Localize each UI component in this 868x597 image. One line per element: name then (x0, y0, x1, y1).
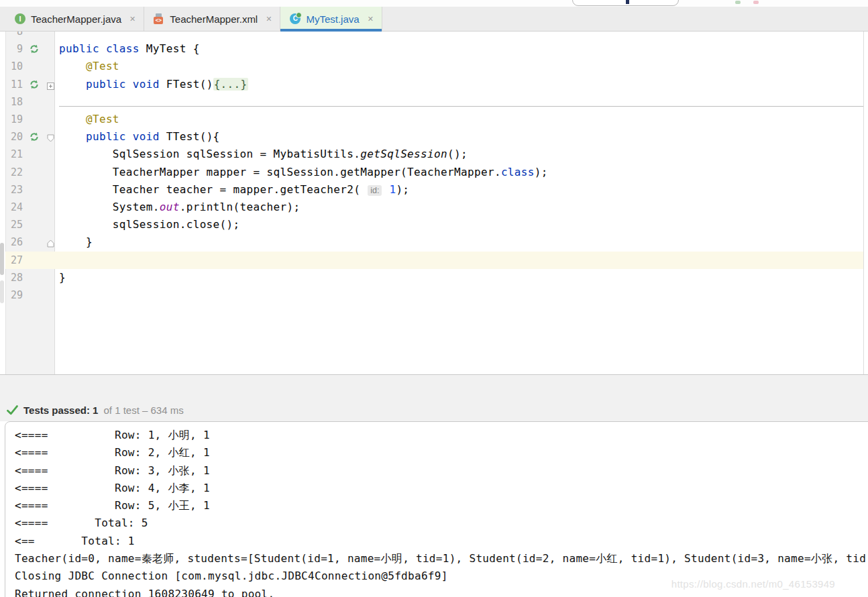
code-line-29[interactable]: 29 (5, 286, 863, 304)
top-toolbar-partial (0, 0, 868, 7)
tab-label: TeacherMapper.xml (170, 13, 258, 25)
code-editor[interactable]: 89public class MyTest {10 @Test11 public… (0, 32, 868, 374)
csdn-watermark: https://blog.csdn.net/m0_46153949 (671, 578, 835, 590)
fold-down-icon[interactable] (47, 133, 54, 145)
console-line: <==== Row: 2, 小红, 1 (15, 444, 868, 462)
code-text: } (59, 233, 93, 251)
line-number: 23 (5, 181, 23, 199)
tab-label: MyTest.java (306, 13, 359, 25)
code-line-9[interactable]: 9public class MyTest { (5, 40, 863, 58)
code-line-26[interactable]: 26 } (5, 233, 863, 251)
console-line: <==== Row: 3, 小张, 1 (15, 462, 868, 480)
code-text: public class MyTest { (59, 40, 200, 58)
toolbar-button-green-partial[interactable] (735, 1, 741, 4)
code-text: SqlSession sqlSession = MybatisUtils.get… (59, 146, 468, 163)
code-line-24[interactable]: 24 System.out.println(teacher); (5, 199, 863, 216)
left-stripe-thumb[interactable] (0, 243, 4, 275)
line-number: 9 (5, 40, 23, 58)
console-line: <==== Row: 1, 小明, 1 (15, 427, 868, 444)
line-number: 24 (5, 199, 23, 216)
fold-up-icon[interactable] (47, 238, 54, 250)
close-icon[interactable]: ✕ (266, 15, 272, 23)
line-number: 11 (5, 76, 23, 93)
code-line-25[interactable]: 25 sqlSession.close(); (5, 216, 863, 233)
code-line-27[interactable]: 27 (5, 252, 863, 269)
line-number: 26 (5, 233, 23, 251)
line-number: 28 (5, 269, 23, 286)
line-number: 29 (5, 286, 23, 304)
line-number: 20 (5, 128, 23, 146)
console-line: <==== Row: 4, 小李, 1 (15, 480, 868, 497)
code-text: Teacher teacher = mapper.getTeacher2( id… (59, 181, 409, 199)
interface-icon (15, 13, 25, 24)
line-number: 8 (5, 32, 23, 40)
tab-TeacherMapper.java[interactable]: TeacherMapper.java ✕ (5, 7, 144, 31)
xml-file-icon (154, 13, 164, 24)
code-line-28[interactable]: 28} (5, 269, 863, 286)
console-line: <==== Total: 5 (15, 514, 868, 532)
code-line-22[interactable]: 22 TeacherMapper mapper = sqlSession.get… (5, 164, 863, 181)
tab-TeacherMapper.xml[interactable]: TeacherMapper.xml ✕ (144, 7, 280, 31)
close-icon[interactable]: ✕ (368, 15, 374, 23)
code-line-21[interactable]: 21 SqlSession sqlSession = MybatisUtils.… (5, 146, 863, 163)
run-test-icon[interactable] (30, 44, 39, 54)
left-stripe-thumb[interactable] (0, 280, 4, 303)
test-status-bar: Tests passed: 1 of 1 test – 634 ms (7, 403, 184, 417)
code-line-11[interactable]: 11 public void FTest(){...} (5, 76, 863, 93)
code-text: sqlSession.close(); (59, 216, 240, 233)
code-line-18[interactable]: 18 (5, 93, 863, 111)
fold-plus-icon[interactable] (47, 80, 54, 93)
close-icon[interactable]: ✕ (129, 15, 135, 23)
toolbar-button-pink-partial[interactable] (753, 1, 759, 4)
editor-scrollbar-track[interactable] (863, 32, 864, 374)
line-number: 22 (5, 164, 23, 181)
console-output[interactable]: <==== Row: 1, 小明, 1<==== Row: 2, 小红, 1<=… (5, 421, 868, 597)
code-line-8[interactable]: 8 (5, 32, 863, 40)
tab-label: TeacherMapper.java (31, 13, 121, 25)
code-line-10[interactable]: 10 @Test (5, 58, 863, 75)
line-number: 10 (5, 58, 23, 75)
code-text: System.out.println(teacher); (59, 199, 300, 216)
code-line-20[interactable]: 20 public void TTest(){ (5, 128, 863, 146)
method-separator-line (59, 106, 863, 107)
code-text: @Test (59, 58, 119, 75)
line-number: 25 (5, 216, 23, 233)
console-line: Teacher(id=0, name=秦老师, students=[Studen… (15, 550, 868, 567)
code-text: public void TTest(){ (59, 128, 220, 146)
console-line: <== Total: 1 (15, 533, 868, 550)
code-line-23[interactable]: 23 Teacher teacher = mapper.getTeacher2(… (5, 181, 863, 199)
tab-MyTest.java[interactable]: MyTest.java ✕ (280, 7, 382, 31)
run-config-icon-partial (626, 0, 629, 4)
test-class-icon (290, 13, 301, 24)
line-number: 18 (5, 93, 23, 111)
run-test-icon[interactable] (30, 132, 39, 142)
line-number: 27 (5, 252, 23, 269)
tests-passed-text: Tests passed: 1 (23, 404, 98, 416)
code-text: } (59, 269, 66, 286)
line-number: 21 (5, 146, 23, 163)
code-line-19[interactable]: 19 @Test (5, 111, 863, 128)
test-runner-panel: Tests passed: 1 of 1 test – 634 ms (0, 375, 868, 421)
editor-tab-bar: TeacherMapper.java ✕ TeacherMapper.xml ✕… (0, 7, 868, 32)
code-text: public void FTest(){...} (59, 76, 248, 93)
check-icon (7, 405, 18, 415)
console-line: <==== Row: 5, 小王, 1 (15, 497, 868, 514)
run-test-icon[interactable] (30, 80, 39, 89)
code-text: TeacherMapper mapper = sqlSession.getMap… (59, 164, 548, 181)
code-text: @Test (59, 111, 119, 128)
line-number: 19 (5, 111, 23, 128)
tests-passed-detail: of 1 test – 634 ms (103, 404, 183, 416)
